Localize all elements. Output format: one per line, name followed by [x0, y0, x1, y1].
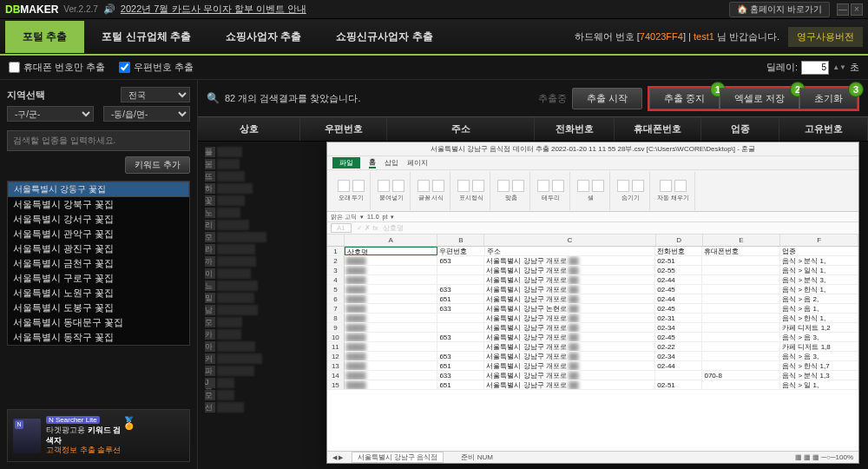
speaker-icon: 🔊 [103, 3, 115, 15]
excel-cell-ref[interactable]: A1 [331, 223, 352, 233]
result-count: 82 개의 검색결과를 찾았습니다. [225, 92, 360, 105]
excel-zoom[interactable]: 100% [836, 453, 853, 461]
list-item[interactable]: 서울특별시 노원구 꽃집 [8, 286, 189, 301]
hardware-info: 하드웨어 번호 [74023FF4] | test1 님 반갑습니다. [575, 30, 779, 43]
excel-ribbon-tabs: 파일 홈 삽입 페이지 [327, 156, 858, 170]
titlebar: DBMAKER Ver.2.2.7 🔊 2022년 7월 카드사 무이자 할부 … [0, 0, 868, 19]
list-item[interactable]: 서울특별시 도봉구 꽃집 [8, 301, 189, 315]
zipcode-checkbox[interactable] [119, 62, 130, 73]
dong-select[interactable]: -동/읍/면- [103, 106, 190, 122]
excel-tab-home[interactable]: 홈 [369, 157, 376, 168]
list-item[interactable]: 서울특별시 관악구 꽃집 [8, 227, 189, 241]
badge-3: 3 [848, 82, 864, 97]
excel-quick-bar: 맑은 고딕▾11.0pt▾ [327, 212, 858, 222]
promo-badge: N Searcher Lite [46, 416, 100, 424]
sidebar: 지역선택 전국 -구/군- -동/읍/면- 검색할 업종을 입력하세요. 키워드… [0, 80, 198, 469]
content-area: 🔍 82 개의 검색결과를 찾았습니다. 추출중 추출 시작 추출 중지1 엑셀… [198, 80, 868, 469]
license-badge: 영구사용버전 [788, 27, 863, 47]
region-label: 지역선택 [7, 89, 45, 102]
gu-select[interactable]: -구/군- [7, 106, 94, 122]
save-excel-button[interactable]: 엑셀로 저장2 [720, 88, 799, 109]
col-phone: 전화번호 [535, 117, 615, 141]
version-label: Ver.2.2.7 [63, 4, 97, 14]
minimize-button[interactable]: — [837, 3, 849, 16]
extracting-status: 추출중 [538, 92, 567, 105]
list-item[interactable]: 서울특별시 구로구 꽃집 [8, 271, 189, 286]
excel-title: 서울특별시 강남구 음식점 데이터 추출 2022-01-20 11 11 55… [327, 142, 858, 156]
list-item[interactable]: 서울특별시 강북구 꽃집 [8, 197, 189, 212]
blurred-names: 플봄뜨하꽃노리모라까이느밀남모카아커파J 플모선 [198, 142, 326, 469]
delay-label: 딜레이: [766, 61, 798, 74]
highlighted-buttons: 추출 중지1 엑셀로 저장2 초기화3 [648, 86, 859, 111]
announce-link[interactable]: 2022년 7월 카드사 무이자 할부 이벤트 안내 [121, 3, 306, 16]
tab-shopping[interactable]: 쇼핑사업자 추출 [208, 21, 319, 53]
excel-ribbon: 오래 두기붙여넣기글꼴 서식표시형식맞춤테두리셀숨기기자동 채우기 [327, 170, 858, 212]
add-keyword-button[interactable]: 키워드 추가 [125, 156, 190, 174]
list-item[interactable]: 서울특별시 동대문구 꽃집 [8, 315, 189, 330]
tab-shopping-new[interactable]: 쇼핑신규사업자 추출 [319, 21, 450, 53]
main-nav: 포털 추출 포털 신규업체 추출 쇼핑사업자 추출 쇼핑신규사업자 추출 하드웨… [0, 19, 868, 56]
medal-icon: 🏅 [122, 415, 136, 431]
col-mobile: 휴대폰번호 [615, 117, 701, 141]
col-id: 고유번호 [779, 117, 868, 141]
homepage-button[interactable]: 🏠 홈페이지 바로가기 [729, 2, 830, 17]
close-button[interactable]: × [851, 3, 863, 16]
keyword-list[interactable]: 서울특별시 강동구 꽃집서울특별시 강북구 꽃집서울특별시 강서구 꽃집서울특별… [7, 181, 190, 346]
excel-formula-value[interactable]: 상호명 [383, 223, 404, 233]
tab-portal-extract[interactable]: 포털 추출 [5, 21, 84, 53]
list-item[interactable]: 서울특별시 마포구 꽃집 [8, 345, 189, 346]
spinner-icon[interactable]: ▲▼ [832, 63, 846, 71]
promo-icon [13, 419, 41, 453]
nation-select[interactable]: 전국 [121, 87, 190, 102]
tab-portal-new[interactable]: 포털 신규업체 추출 [84, 21, 208, 53]
excel-formula-bar: A1 ✓ ✗ fx 상호명 [327, 222, 858, 234]
excel-tab-file[interactable]: 파일 [332, 157, 360, 168]
excel-tab-page[interactable]: 페이지 [407, 158, 428, 168]
list-item[interactable]: 서울특별시 강서구 꽃집 [8, 212, 189, 227]
reset-button[interactable]: 초기화3 [799, 88, 858, 109]
zipcode-label: 우편번호 추출 [134, 61, 194, 74]
excel-status-bar: ◀ ▶ 서울특별시 강남구 음식점 준비 NUM ▦ ▦ ▦ ─○─ 100% [327, 451, 858, 463]
table-header: 상호 우편번호 주소 전화번호 휴대폰번호 업종 고유번호 [198, 116, 868, 142]
col-zipcode: 우편번호 [300, 117, 387, 141]
app-logo: DBMAKER [5, 3, 58, 16]
col-address: 주소 [387, 117, 535, 141]
list-item[interactable]: 서울특별시 금천구 꽃집 [8, 256, 189, 271]
search-icon: 🔍 [207, 92, 220, 104]
delay-unit: 초 [850, 61, 859, 74]
col-name: 상호 [198, 117, 300, 141]
list-item[interactable]: 서울특별시 동작구 꽃집 [8, 330, 189, 345]
toolbar: 🔍 82 개의 검색결과를 찾았습니다. 추출중 추출 시작 추출 중지1 엑셀… [198, 80, 868, 116]
phone-only-checkbox[interactable] [9, 62, 20, 73]
category-search-input[interactable]: 검색할 업종을 입력하세요. [7, 130, 190, 151]
promo-banner[interactable]: N Searcher Lite🏅 타겟광고용 키워드 검색자 고객정보 추출 솔… [7, 409, 190, 462]
excel-grid[interactable]: ABCDEF 1상호명우편번호주소전화번호휴대폰번호업종2████653서울특별… [327, 234, 858, 451]
excel-window: 서울특별시 강남구 음식점 데이터 추출 2022-01-20 11 11 55… [326, 142, 859, 464]
list-item[interactable]: 서울특별시 광진구 꽃집 [8, 241, 189, 256]
col-category: 업종 [701, 117, 779, 141]
list-item[interactable]: 서울특별시 강동구 꽃집 [8, 182, 189, 197]
delay-input[interactable] [801, 61, 829, 75]
phone-only-label: 휴대폰 번호만 추출 [23, 61, 105, 74]
excel-tab-insert[interactable]: 삽입 [385, 158, 398, 168]
start-button[interactable]: 추출 시작 [572, 88, 642, 109]
filter-bar: 휴대폰 번호만 추출 우편번호 추출 딜레이: ▲▼ 초 [0, 56, 868, 80]
excel-sheet-tab[interactable]: 서울특별시 강남구 음식점 [352, 452, 444, 463]
stop-button[interactable]: 추출 중지1 [649, 88, 720, 109]
